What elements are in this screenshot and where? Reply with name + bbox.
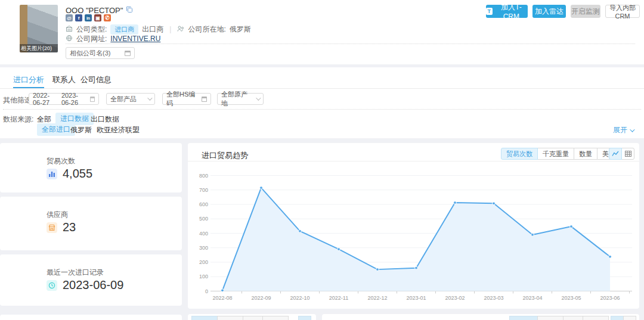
stat-label: 供应商 <box>47 210 68 220</box>
svg-text:2022-10: 2022-10 <box>290 295 309 301</box>
partial-button[interactable] <box>623 316 636 320</box>
metric-trade-count-button[interactable]: 贸易次数 <box>501 148 538 160</box>
svg-text:2022-08: 2022-08 <box>212 295 232 301</box>
phone-icon[interactable]: ✆ <box>104 14 111 21</box>
partial-toggle-group <box>510 316 609 320</box>
line-chart-view-icon[interactable] <box>609 148 622 160</box>
product-select-value: 全部产品 <box>110 95 137 104</box>
add-radar-button[interactable]: 加入雷达 <box>532 5 566 18</box>
tcrm-icon: T <box>486 8 493 15</box>
svg-text:2022-11: 2022-11 <box>329 295 348 301</box>
tag-exporter[interactable]: 出口商 <box>142 24 163 35</box>
photo-caption: 相关图片(20) <box>20 44 58 52</box>
partial-button[interactable] <box>537 316 564 320</box>
filter-divider <box>3 109 641 110</box>
add-tcrm-button[interactable]: T 加入T-CRM <box>486 5 528 18</box>
svg-text:700: 700 <box>199 187 208 193</box>
stat-card-trade-count: 贸易次数 4,055 <box>0 143 182 192</box>
website-link[interactable]: INVENTIVE.RU <box>110 35 160 43</box>
stat-card-last-import: 最近一次进口记录 2023-06-09 <box>0 254 182 306</box>
partial-card-middle <box>188 314 316 320</box>
start-monitor-label: 开启监测 <box>571 7 600 17</box>
window-icon <box>202 97 207 102</box>
partial-button[interactable] <box>583 316 609 320</box>
window-icon <box>125 51 131 56</box>
linkedin-icon[interactable]: in <box>85 14 92 21</box>
svg-text:0: 0 <box>205 288 208 294</box>
header-divider <box>66 44 635 44</box>
instagram-icon[interactable]: ▣ <box>94 14 101 21</box>
product-select[interactable]: 全部产品 <box>106 93 155 105</box>
similar-companies-label: 相似公司名(3) <box>70 49 110 58</box>
hs-code-value: 全部HS编码 <box>166 90 199 108</box>
svg-text:2023-04: 2023-04 <box>522 295 542 301</box>
location-label: 公司所在地: <box>188 24 225 35</box>
stat-value: 2023-06-09 <box>63 278 123 292</box>
similar-companies-select[interactable]: 相似公司名(3) <box>66 47 135 59</box>
stat-label: 最近一次进口记录 <box>47 268 104 278</box>
import-trend-card: 进口贸易趋势 贸易次数 千克重量 数量 美元总价 010020030040050… <box>188 143 639 309</box>
svg-text:400: 400 <box>199 231 208 237</box>
copy-icon[interactable] <box>126 6 133 15</box>
company-photo[interactable]: 相关图片(20) <box>20 5 58 52</box>
partial-button[interactable] <box>298 316 311 320</box>
partial-card-left <box>0 315 182 320</box>
partial-button[interactable] <box>611 316 624 320</box>
company-type-row: 公司类型: 进口商 出口商 | 公司所在地: 俄罗斯 <box>66 24 251 34</box>
globe-icon <box>66 35 73 44</box>
tab-import-analysis[interactable]: 进口分析 <box>13 74 44 85</box>
add-tcrm-label: 加入T-CRM <box>495 2 528 21</box>
svg-text:300: 300 <box>199 245 208 251</box>
expand-label: 展开 <box>613 125 627 135</box>
add-radar-label: 加入雷达 <box>535 7 564 17</box>
company-name: OOO "PECTOP" <box>66 6 123 15</box>
tab-contacts[interactable]: 联系人 <box>52 74 76 85</box>
partial-button[interactable] <box>563 316 583 320</box>
location-value: 俄罗斯 <box>230 24 251 35</box>
hs-code-select[interactable]: 全部HS编码 <box>162 93 211 105</box>
svg-text:2023-03: 2023-03 <box>484 295 503 301</box>
date-end: 2023-06-26 <box>61 92 88 106</box>
tabs-divider <box>0 88 644 89</box>
partial-button[interactable] <box>191 316 218 320</box>
bar-chart-icon <box>47 169 57 179</box>
tag-importer[interactable]: 进口商 <box>110 24 138 35</box>
svg-text:2022-09: 2022-09 <box>251 295 271 301</box>
svg-text:100: 100 <box>199 274 208 279</box>
origin-select[interactable]: 全部原产地 <box>217 93 264 105</box>
clock-icon <box>47 280 57 291</box>
start-monitor-button[interactable]: 开启监测 <box>571 5 600 18</box>
sub-source-eaeu[interactable]: 欧亚经济联盟 <box>97 125 140 135</box>
at-icon[interactable]: @ <box>66 14 73 21</box>
expand-link[interactable]: 展开 <box>613 125 633 135</box>
import-crm-label: 导入内部CRM <box>606 4 639 20</box>
partial-button[interactable] <box>262 316 289 320</box>
divider: | <box>167 25 174 33</box>
partial-button[interactable] <box>217 316 243 320</box>
partial-view-group <box>299 316 311 320</box>
facebook-icon[interactable]: f <box>75 14 82 21</box>
website-row: 公司网址: INVENTIVE.RU <box>66 34 160 44</box>
page: 相关图片(20) OOO "PECTOP" @ f in ▣ ✆ 公司类型: 进… <box>0 0 644 320</box>
sub-source-russia[interactable]: 俄罗斯 <box>70 125 92 135</box>
partial-button[interactable] <box>509 316 538 320</box>
partial-toggle-group <box>192 316 289 320</box>
company-type-label: 公司类型: <box>76 24 107 35</box>
svg-text:2022-12: 2022-12 <box>367 295 387 301</box>
calendar-icon <box>90 97 95 102</box>
sub-source-all-import[interactable]: 全部进口 <box>37 123 75 136</box>
tab-company-info[interactable]: 公司信息 <box>80 74 112 85</box>
partial-button[interactable] <box>243 316 263 320</box>
date-range-picker[interactable]: 2022-06-27 2023-06-26 <box>29 93 99 105</box>
chevron-down-icon <box>147 95 152 100</box>
chevron-down-icon <box>256 95 261 100</box>
date-start: 2022-06-27 <box>33 92 59 106</box>
svg-text:2023-02: 2023-02 <box>445 295 465 301</box>
import-crm-button[interactable]: 导入内部CRM <box>605 5 640 18</box>
source-export-data[interactable]: 出口数据 <box>91 114 119 125</box>
svg-text:2023-01: 2023-01 <box>406 295 426 301</box>
svg-text:600: 600 <box>199 201 208 207</box>
website-label: 公司网址: <box>76 34 107 44</box>
stat-card-suppliers: 供应商 23 <box>0 197 182 250</box>
origin-value: 全部原产地 <box>221 90 253 108</box>
